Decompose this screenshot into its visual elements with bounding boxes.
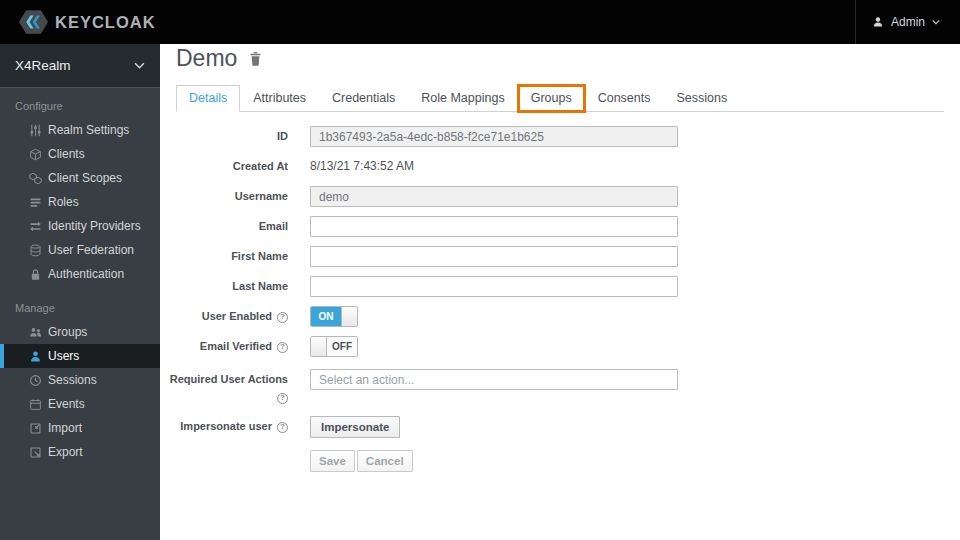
tab-consents[interactable]: Consents <box>585 85 664 112</box>
save-button[interactable]: Save <box>310 450 355 472</box>
exchange-icon <box>28 220 42 233</box>
list-icon <box>28 196 42 209</box>
user-menu-label: Admin <box>891 15 925 29</box>
last-name-field[interactable] <box>310 276 678 297</box>
sidebar-item-authentication[interactable]: Authentication <box>0 262 160 286</box>
last-name-label: Last Name <box>176 276 288 293</box>
sidebar-item-groups[interactable]: Groups <box>0 320 160 344</box>
user-enabled-toggle[interactable]: ON <box>310 306 358 327</box>
tab-details[interactable]: Details <box>176 85 240 112</box>
sidebar: X4Realm Configure Realm Settings Clients… <box>0 44 160 540</box>
keycloak-logo[interactable]: KEYCLOAK <box>0 9 156 35</box>
impersonate-user-label: Impersonate user? <box>176 416 288 433</box>
toggle-handle <box>311 337 327 356</box>
sidebar-item-label: Authentication <box>48 267 124 281</box>
sidebar-item-users[interactable]: Users <box>0 344 160 368</box>
sidebar-item-roles[interactable]: Roles <box>0 190 160 214</box>
form-row-email: Email <box>176 216 944 237</box>
email-field[interactable] <box>310 216 678 237</box>
id-label: ID <box>176 126 288 143</box>
tab-credentials[interactable]: Credentials <box>319 85 408 112</box>
form-row-impersonate: Impersonate user? Impersonate <box>176 416 944 438</box>
sidebar-item-sessions[interactable]: Sessions <box>0 368 160 392</box>
topbar: KEYCLOAK Admin <box>0 0 960 44</box>
toggle-on-label: ON <box>311 307 341 326</box>
trash-icon <box>248 51 263 67</box>
form-row-first-name: First Name <box>176 246 944 267</box>
cube-icon <box>28 148 42 161</box>
toggle-handle <box>341 307 357 326</box>
section-label: Manage <box>0 290 160 320</box>
form-row-email-verified: Email Verified? OFF <box>176 336 944 360</box>
keycloak-logo-icon <box>18 9 49 35</box>
username-input <box>310 186 678 207</box>
calendar-icon <box>28 398 42 411</box>
sidebar-item-label: Import <box>48 421 82 435</box>
chevron-down-icon <box>134 62 145 69</box>
form-row-created-at: Created At 8/13/21 7:43:52 AM <box>176 156 944 177</box>
cancel-button[interactable]: Cancel <box>357 450 413 472</box>
sidebar-item-events[interactable]: Events <box>0 392 160 416</box>
created-at-label: Created At <box>176 156 288 173</box>
lock-icon <box>28 268 42 281</box>
sidebar-item-export[interactable]: Export <box>0 440 160 464</box>
form-row-actions: SaveCancel <box>176 450 944 472</box>
username-label: Username <box>176 186 288 203</box>
user-details-form: ID Created At 8/13/21 7:43:52 AM Usernam… <box>176 126 944 472</box>
first-name-field[interactable] <box>310 246 678 267</box>
email-verified-label: Email Verified? <box>176 336 288 353</box>
email-verified-toggle[interactable]: OFF <box>310 336 358 357</box>
user-icon <box>872 16 884 28</box>
clock-icon <box>28 374 42 387</box>
user-icon <box>28 350 42 363</box>
sidebar-item-label: Realm Settings <box>48 123 129 137</box>
user-enabled-label: User Enabled? <box>176 306 288 323</box>
delete-user-button[interactable] <box>248 51 263 67</box>
sidebar-item-label: Identity Providers <box>48 219 141 233</box>
sidebar-section-manage: Manage Groups Users Sessions Events <box>0 290 160 464</box>
form-row-required-user-actions: Required User Actions? <box>176 369 944 404</box>
form-row-last-name: Last Name <box>176 276 944 297</box>
impersonate-button[interactable]: Impersonate <box>310 416 400 438</box>
realm-selector[interactable]: X4Realm <box>0 44 160 88</box>
tab-bar: Details Attributes Credentials Role Mapp… <box>176 85 944 112</box>
help-icon[interactable]: ? <box>277 393 288 404</box>
users-icon <box>28 326 42 339</box>
user-menu[interactable]: Admin <box>855 0 960 44</box>
tab-sessions[interactable]: Sessions <box>663 85 740 112</box>
section-label: Configure <box>0 88 160 118</box>
chevron-down-icon <box>932 19 940 25</box>
main-content: Users›demo Demo Details Attributes Crede… <box>160 0 960 472</box>
database-icon <box>28 244 42 257</box>
created-at-value: 8/13/21 7:43:52 AM <box>310 156 678 177</box>
actions-label-spacer <box>176 450 288 454</box>
sidebar-item-clients[interactable]: Clients <box>0 142 160 166</box>
sidebar-item-user-federation[interactable]: User Federation <box>0 238 160 262</box>
required-user-actions-label: Required User Actions? <box>156 369 288 404</box>
tab-groups[interactable]: Groups <box>518 85 585 112</box>
title-row: Demo <box>176 45 944 72</box>
sidebar-item-realm-settings[interactable]: Realm Settings <box>0 118 160 142</box>
form-row-user-enabled: User Enabled? ON <box>176 306 944 327</box>
email-label: Email <box>176 216 288 233</box>
export-icon <box>28 446 42 459</box>
import-icon <box>28 422 42 435</box>
realm-name: X4Realm <box>15 58 71 73</box>
sidebar-item-import[interactable]: Import <box>0 416 160 440</box>
tab-attributes[interactable]: Attributes <box>240 85 319 112</box>
page-title: Demo <box>176 45 237 72</box>
help-icon[interactable]: ? <box>277 422 288 433</box>
help-icon[interactable]: ? <box>277 342 288 353</box>
sidebar-item-client-scopes[interactable]: Client Scopes <box>0 166 160 190</box>
sidebar-item-label: Users <box>48 349 79 363</box>
tab-role-mappings[interactable]: Role Mappings <box>408 85 517 112</box>
sidebar-item-label: Export <box>48 445 83 459</box>
sidebar-item-label: Client Scopes <box>48 171 122 185</box>
sliders-icon <box>28 124 42 137</box>
sidebar-item-label: Groups <box>48 325 87 339</box>
sidebar-item-identity-providers[interactable]: Identity Providers <box>0 214 160 238</box>
help-icon[interactable]: ? <box>277 312 288 323</box>
toggle-off-label: OFF <box>327 337 357 356</box>
required-user-actions-input[interactable] <box>310 369 678 390</box>
cubes-icon <box>28 172 42 185</box>
